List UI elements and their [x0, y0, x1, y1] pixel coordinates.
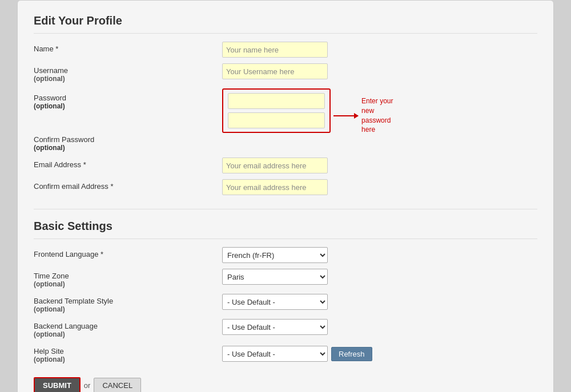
backend-template-row: Backend Template Style (optional) - Use … — [34, 294, 537, 313]
email-input[interactable] — [222, 157, 328, 173]
help-site-select[interactable]: - Use Default - Option A Option B — [222, 346, 328, 362]
arrow-head — [354, 113, 359, 119]
refresh-button[interactable]: Refresh — [331, 347, 372, 361]
email-label: Email Address * — [34, 157, 222, 169]
backend-language-select[interactable]: - Use Default - English French — [222, 319, 328, 335]
main-container: Edit Your Profile Name * Username (optio… — [17, 0, 554, 392]
password-annotation: Enter your newpassword here — [333, 96, 397, 135]
submit-button[interactable]: SUBMIT — [34, 377, 81, 392]
backend-template-select[interactable]: - Use Default - Option 1 Option 2 — [222, 294, 328, 310]
timezone-select[interactable]: Paris London New York Tokyo — [222, 269, 328, 285]
arrow-shaft — [333, 115, 358, 116]
confirm-password-optional-text: (optional) — [34, 144, 222, 152]
settings-section: Basic Settings Frontend Language * Frenc… — [34, 220, 537, 363]
username-input[interactable] — [222, 63, 328, 79]
confirm-email-row: Confirm email Address * — [34, 179, 537, 195]
backend-template-label: Backend Template Style (optional) — [34, 294, 222, 313]
frontend-language-row: Frontend Language * French (fr-FR) Engli… — [34, 247, 537, 263]
button-row: SUBMIT or CANCEL — [34, 377, 537, 392]
timezone-row: Time Zone (optional) Paris London New Yo… — [34, 269, 537, 288]
name-row: Name * — [34, 42, 537, 58]
backend-language-label: Backend Language (optional) — [34, 319, 222, 338]
settings-title: Basic Settings — [34, 220, 537, 239]
backend-language-row: Backend Language (optional) - Use Defaul… — [34, 319, 537, 338]
confirm-email-label: Confirm email Address * — [34, 179, 222, 191]
name-label: Name * — [34, 42, 222, 53]
profile-section: Edit Your Profile Name * Username (optio… — [34, 14, 537, 195]
email-row: Email Address * — [34, 157, 537, 173]
frontend-language-label: Frontend Language * — [34, 247, 222, 258]
help-site-row: Help Site (optional) - Use Default - Opt… — [34, 344, 537, 363]
username-label: Username (optional) — [34, 63, 222, 83]
password-optional-text: (optional) — [34, 102, 222, 110]
or-label: or — [84, 381, 91, 390]
confirm-password-label-text: Confirm Password — [34, 135, 222, 144]
confirm-password-input[interactable] — [228, 112, 325, 128]
timezone-label: Time Zone (optional) — [34, 269, 222, 288]
cancel-button[interactable]: CANCEL — [94, 378, 141, 392]
help-site-label: Help Site (optional) — [34, 344, 222, 363]
confirm-email-input[interactable] — [222, 179, 328, 195]
password-input[interactable] — [228, 93, 325, 109]
username-row: Username (optional) — [34, 63, 537, 83]
password-group — [222, 88, 331, 133]
frontend-language-select[interactable]: French (fr-FR) English (en-US) German (d… — [222, 247, 328, 263]
name-input[interactable] — [222, 42, 328, 58]
password-group-row: Password (optional) Confirm Password (op… — [34, 88, 537, 152]
section-divider — [34, 209, 537, 209]
password-label-text: Password — [34, 94, 222, 102]
password-label-col: Password (optional) Confirm Password (op… — [34, 88, 222, 152]
profile-title: Edit Your Profile — [34, 14, 537, 34]
password-hint: Enter your newpassword here — [361, 96, 397, 135]
